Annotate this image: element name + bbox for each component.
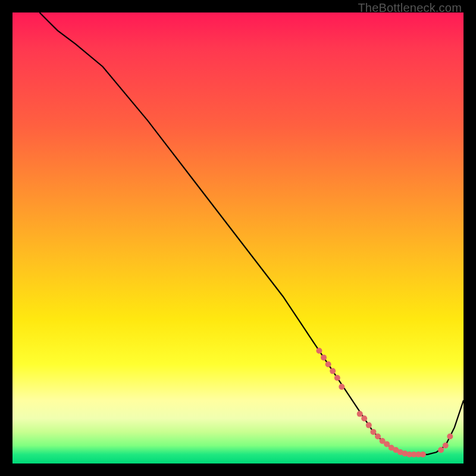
highlight-dot [370, 429, 376, 435]
highlight-dot [375, 434, 381, 440]
curve-layer [12, 12, 464, 464]
watermark-text: TheBottleneck.com [358, 1, 462, 15]
highlight-dot [438, 447, 444, 453]
highlight-dot [443, 443, 449, 449]
highlight-dot [420, 452, 426, 458]
highlight-dot [330, 368, 336, 374]
gradient-plot-area [12, 12, 464, 464]
highlight-dot [357, 411, 363, 417]
chart-frame: TheBottleneck.com [0, 0, 476, 476]
highlight-dots [316, 348, 453, 458]
highlight-dot [361, 415, 367, 421]
bottleneck-curve [40, 12, 464, 455]
highlight-dot [447, 434, 453, 440]
highlight-dot [316, 348, 322, 354]
highlight-dot [339, 384, 345, 390]
highlight-dot [321, 355, 327, 361]
highlight-dot [325, 361, 331, 367]
highlight-dot [334, 375, 340, 381]
highlight-dot [366, 422, 372, 428]
